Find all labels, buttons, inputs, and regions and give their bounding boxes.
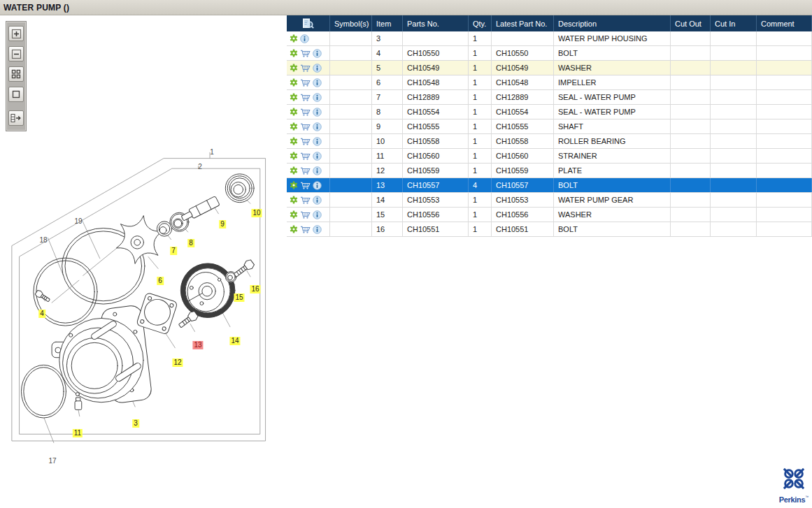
table-row[interactable]: 9CH105551CH10555SHAFT [287, 119, 812, 134]
table-row[interactable]: 16CH105511CH10551BOLT [287, 222, 812, 237]
table-row[interactable]: 5CH105491CH10549WASHER [287, 61, 812, 75]
cart-icon[interactable] [300, 108, 311, 117]
part-callout-17[interactable]: 17 [47, 457, 57, 465]
table-row[interactable]: 10CH105581CH10558ROLLER BEARING [287, 134, 812, 149]
gear-icon[interactable] [290, 196, 298, 204]
table-row[interactable]: 6CH105481CH10548IMPELLER [287, 75, 812, 90]
part-callout-6[interactable]: 6 [157, 277, 164, 285]
part-callout-7[interactable]: 7 [170, 247, 177, 255]
cell-qty: 1 [469, 164, 492, 177]
part-callout-10[interactable]: 10 [251, 209, 262, 217]
gear-icon[interactable] [290, 108, 298, 116]
info-icon[interactable] [313, 196, 322, 205]
cart-icon[interactable] [300, 210, 311, 219]
cart-icon[interactable] [300, 122, 311, 131]
info-icon[interactable] [300, 34, 309, 43]
gear-icon[interactable] [290, 93, 298, 101]
column-header-latest_part_no[interactable]: Latest Part No. [492, 15, 554, 31]
gear-icon[interactable] [290, 122, 298, 131]
cart-icon[interactable] [300, 93, 311, 102]
info-icon[interactable] [313, 93, 322, 102]
table-row[interactable]: 12CH105591CH10559PLATE [287, 164, 812, 178]
info-icon[interactable] [313, 181, 322, 190]
cart-icon[interactable] [300, 225, 311, 234]
gear-icon[interactable] [290, 210, 298, 219]
info-icon[interactable] [313, 137, 322, 146]
gear-icon[interactable] [290, 181, 298, 189]
gear-icon[interactable] [290, 152, 298, 160]
cart-icon[interactable] [300, 196, 311, 205]
cart-icon[interactable] [300, 152, 311, 161]
table-row[interactable]: 14CH105531CH10553WATER PUMP GEAR [287, 193, 812, 208]
bolt-16 [232, 259, 255, 280]
preview-search-icon[interactable] [301, 18, 315, 29]
cell-comment [757, 164, 812, 177]
info-icon[interactable] [313, 78, 322, 87]
cell-cut-out [671, 178, 711, 192]
zoom-in-button[interactable] [8, 26, 24, 41]
part-callout-2[interactable]: 2 [197, 163, 204, 171]
table-row[interactable]: 4CH105501CH10550BOLT [287, 46, 812, 61]
column-header-symbols[interactable]: Symbol(s) [330, 15, 372, 31]
cart-icon[interactable] [300, 137, 311, 146]
cell-cut-out [671, 119, 711, 133]
column-header-description[interactable]: Description [554, 15, 671, 31]
cell-tools [287, 31, 330, 45]
cell-parts-no: CH10550 [403, 46, 469, 60]
gear-icon[interactable] [290, 225, 298, 233]
gear-icon[interactable] [290, 64, 298, 72]
part-callout-11[interactable]: 11 [73, 429, 83, 437]
info-icon[interactable] [313, 166, 322, 175]
info-icon[interactable] [313, 108, 322, 117]
cell-description: BOLT [554, 46, 671, 60]
gear-icon[interactable] [290, 166, 298, 175]
cell-comment [757, 178, 812, 192]
part-callout-18[interactable]: 18 [38, 236, 48, 245]
part-callout-19[interactable]: 19 [73, 217, 83, 226]
cart-icon[interactable] [300, 78, 311, 87]
table-row[interactable]: 11CH105601CH10560STRAINER [287, 149, 812, 164]
part-callout-13[interactable]: 13 [192, 341, 203, 349]
toggle-panel-button[interactable] [8, 110, 24, 126]
part-callout-12[interactable]: 12 [172, 358, 183, 367]
info-icon[interactable] [313, 122, 322, 131]
zoom-out-button[interactable] [8, 46, 24, 61]
part-callout-16[interactable]: 16 [250, 285, 260, 293]
column-header-qty[interactable]: Qty. [469, 15, 492, 31]
fit-view-button[interactable] [8, 87, 24, 102]
cart-icon[interactable] [300, 181, 311, 190]
column-header-cut_in[interactable]: Cut In [711, 15, 757, 31]
column-header-tools[interactable] [287, 15, 330, 31]
info-icon[interactable] [313, 64, 322, 73]
cell-tools [287, 164, 330, 177]
table-row[interactable]: 15CH105561CH10556WASHER [287, 208, 812, 222]
info-icon[interactable] [313, 210, 322, 219]
table-row[interactable]: 7CH128891CH12889SEAL - WATER PUMP [287, 90, 812, 105]
column-header-parts_no[interactable]: Parts No. [403, 15, 469, 31]
info-icon[interactable] [313, 49, 322, 58]
info-icon[interactable] [313, 152, 322, 161]
gear-icon[interactable] [290, 78, 298, 87]
gear-icon[interactable] [290, 137, 298, 145]
thumbnails-button[interactable] [8, 66, 24, 82]
cart-icon[interactable] [300, 49, 311, 58]
part-callout-8[interactable]: 8 [187, 239, 194, 247]
column-header-cut_out[interactable]: Cut Out [671, 15, 711, 31]
table-row[interactable]: 8CH105541CH10554SEAL - WATER PUMP [287, 105, 812, 119]
gear-icon[interactable] [290, 49, 298, 57]
part-callout-3[interactable]: 3 [132, 419, 139, 428]
part-callout-4[interactable]: 4 [38, 310, 45, 318]
part-callout-9[interactable]: 9 [219, 220, 226, 228]
part-callout-15[interactable]: 15 [234, 293, 244, 302]
o-ring-17 [21, 365, 66, 418]
table-row[interactable]: 13CH105574CH10557BOLT [287, 178, 812, 193]
table-row[interactable]: 31WATER PUMP HOUSING [287, 31, 812, 46]
info-icon[interactable] [313, 225, 322, 234]
cart-icon[interactable] [300, 64, 311, 73]
column-header-item[interactable]: Item [372, 15, 403, 31]
gear-icon[interactable] [290, 34, 298, 43]
cart-icon[interactable] [300, 166, 311, 175]
part-callout-1[interactable]: 1 [208, 148, 215, 157]
column-header-comment[interactable]: Comment [757, 15, 812, 31]
part-callout-14[interactable]: 14 [229, 337, 240, 345]
